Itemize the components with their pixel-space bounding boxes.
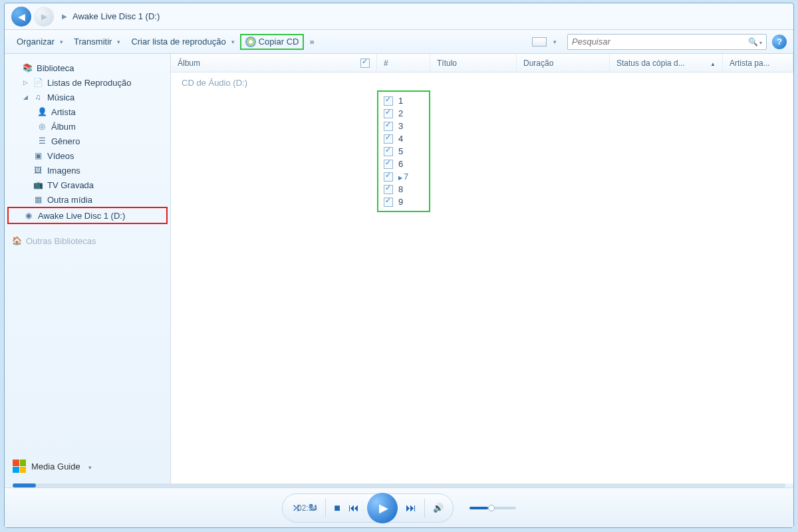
genre-icon: ☰ bbox=[37, 136, 47, 146]
arrow-right-icon bbox=[41, 11, 47, 21]
track-number: 2 bbox=[398, 108, 403, 118]
col-album[interactable]: Álbum bbox=[171, 54, 377, 72]
media-guide-button[interactable]: Media Guide bbox=[7, 456, 168, 477]
sidebar-artist[interactable]: 👤Artista bbox=[7, 104, 168, 119]
track-number: 3 bbox=[398, 121, 403, 131]
forward-button[interactable] bbox=[34, 7, 54, 27]
track-number: 4 bbox=[398, 134, 403, 144]
track-row[interactable]: 6 bbox=[378, 158, 429, 170]
sidebar-images[interactable]: 🖼Imagens bbox=[7, 163, 168, 178]
nav-bar: Awake Live Disc 1 (D:) bbox=[5, 3, 793, 30]
rip-cd-label: Copiar CD bbox=[259, 37, 299, 47]
image-icon: 🖼 bbox=[33, 165, 43, 176]
sidebar-videos[interactable]: ▣Vídeos bbox=[7, 148, 168, 163]
album-icon: ◎ bbox=[37, 121, 47, 132]
sidebar-genre[interactable]: ☰Gênero bbox=[7, 134, 168, 148]
view-options-button[interactable] bbox=[527, 35, 562, 49]
track-checkbox[interactable] bbox=[384, 198, 393, 207]
arrow-left-icon bbox=[18, 11, 25, 22]
stream-menu[interactable]: Transmitir bbox=[68, 34, 126, 49]
library-icon: 📚 bbox=[22, 63, 33, 73]
sidebar-library[interactable]: 📚Biblioteca bbox=[7, 61, 168, 75]
organize-menu[interactable]: Organizar bbox=[11, 34, 68, 49]
other-media-icon: ▦ bbox=[33, 194, 43, 205]
now-playing-icon bbox=[398, 172, 404, 182]
search-box[interactable] bbox=[567, 34, 767, 50]
select-all-checkbox[interactable] bbox=[360, 59, 370, 68]
breadcrumb-separator-icon bbox=[62, 13, 67, 20]
track-checkbox[interactable] bbox=[384, 160, 393, 169]
mute-button[interactable] bbox=[433, 503, 444, 513]
windows-logo-icon bbox=[13, 460, 26, 473]
breadcrumb[interactable]: Awake Live Disc 1 (D:) bbox=[72, 11, 160, 21]
track-row[interactable]: 4 bbox=[378, 132, 429, 145]
next-button[interactable] bbox=[406, 502, 416, 514]
view-icon bbox=[532, 37, 547, 47]
divider bbox=[424, 499, 425, 517]
tv-icon: 📺 bbox=[33, 180, 43, 190]
group-label: CD de Áudio (D:) bbox=[171, 72, 793, 90]
track-row[interactable]: 8 bbox=[378, 183, 429, 196]
search-dropdown-icon bbox=[758, 37, 762, 47]
create-playlist-menu[interactable]: Criar lista de reprodução bbox=[126, 34, 239, 49]
volume-control[interactable] bbox=[469, 507, 516, 509]
track-checkbox[interactable] bbox=[384, 122, 393, 131]
track-checkbox[interactable] bbox=[384, 109, 393, 118]
divider bbox=[325, 499, 326, 517]
track-number: 1 bbox=[398, 96, 403, 106]
cd-icon bbox=[245, 37, 256, 47]
track-number: 8 bbox=[398, 184, 403, 194]
music-icon: ♫ bbox=[33, 92, 43, 102]
track-checkbox[interactable] bbox=[384, 172, 393, 182]
back-button[interactable] bbox=[11, 7, 31, 27]
track-row[interactable]: 1 bbox=[378, 94, 429, 107]
track-number: 9 bbox=[398, 197, 403, 207]
disc-icon: ◉ bbox=[23, 210, 34, 221]
track-row[interactable]: 9 bbox=[378, 196, 429, 208]
col-rip-status[interactable]: Status da cópia d... bbox=[610, 54, 723, 72]
player-controls: 02:54 bbox=[5, 487, 793, 527]
col-artist[interactable]: Artista pa... bbox=[723, 54, 793, 72]
sidebar-other-media[interactable]: ▦Outra mídia bbox=[7, 192, 168, 207]
overflow-button[interactable] bbox=[304, 34, 319, 49]
sidebar-other-libraries[interactable]: 🏠Outras Bibliotecas bbox=[7, 233, 168, 248]
track-number: 5 bbox=[398, 146, 403, 156]
elapsed-time: 02:54 bbox=[297, 503, 317, 513]
col-title[interactable]: Título bbox=[430, 54, 517, 72]
sidebar-album[interactable]: ◎Álbum bbox=[7, 119, 168, 134]
track-checkbox[interactable] bbox=[384, 134, 393, 144]
sidebar-playlists[interactable]: ▷📄Listas de Reprodução bbox=[7, 75, 168, 90]
wmp-window: Awake Live Disc 1 (D:) Organizar Transmi… bbox=[4, 3, 794, 528]
sidebar-disc-item[interactable]: ◉Awake Live Disc 1 (D:) bbox=[7, 207, 168, 224]
network-icon: 🏠 bbox=[11, 235, 22, 246]
track-number: 6 bbox=[398, 159, 403, 169]
track-row[interactable]: 2 bbox=[378, 107, 429, 120]
col-duration[interactable]: Duração bbox=[517, 54, 610, 72]
previous-button[interactable] bbox=[348, 502, 359, 514]
track-row[interactable]: 3 bbox=[378, 120, 429, 132]
track-row[interactable]: 7 bbox=[378, 170, 429, 183]
play-button[interactable] bbox=[367, 493, 398, 523]
track-checkbox[interactable] bbox=[384, 147, 393, 156]
track-number: 7 bbox=[398, 172, 408, 182]
sidebar-music[interactable]: ◢♫Música bbox=[7, 90, 168, 104]
track-row[interactable]: 5 bbox=[378, 145, 429, 158]
track-checkbox[interactable] bbox=[384, 185, 393, 194]
video-icon: ▣ bbox=[33, 150, 43, 161]
chevron-down-icon bbox=[86, 462, 92, 471]
volume-slider[interactable] bbox=[469, 507, 516, 509]
help-button[interactable]: ? bbox=[772, 35, 787, 49]
column-headers: Álbum # Título Duração Status da cópia d… bbox=[171, 54, 793, 72]
rip-cd-button[interactable]: Copiar CD bbox=[240, 34, 305, 50]
col-number[interactable]: # bbox=[377, 54, 430, 72]
main-pane: Álbum # Título Duração Status da cópia d… bbox=[171, 54, 793, 483]
track-checkbox[interactable] bbox=[384, 96, 393, 106]
stop-button[interactable] bbox=[334, 502, 340, 514]
track-checkbox-column: 123456789 bbox=[377, 90, 430, 212]
toolbar: Organizar Transmitir Criar lista de repr… bbox=[5, 30, 793, 54]
sort-asc-icon bbox=[710, 59, 716, 68]
sidebar: 📚Biblioteca ▷📄Listas de Reprodução ◢♫Mús… bbox=[5, 54, 171, 483]
playlist-icon: 📄 bbox=[33, 77, 43, 88]
sidebar-recorded-tv[interactable]: 📺TV Gravada bbox=[7, 178, 168, 192]
search-input[interactable] bbox=[572, 37, 748, 47]
